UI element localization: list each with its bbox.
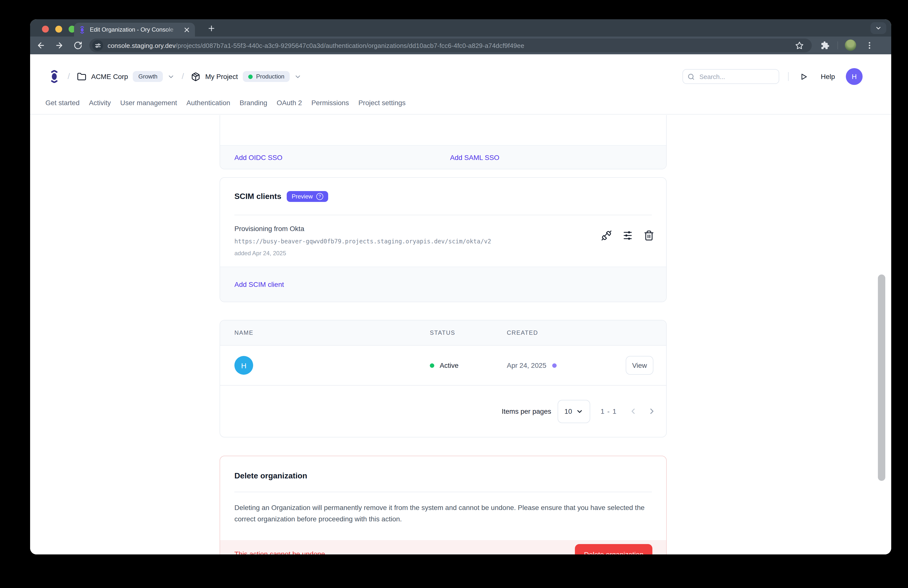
nav-item-activity[interactable]: Activity bbox=[89, 99, 111, 114]
chevron-down-icon bbox=[576, 408, 584, 415]
search-input[interactable] bbox=[698, 72, 774, 81]
extensions-icon[interactable] bbox=[821, 41, 829, 50]
items-per-page-select[interactable]: 10 bbox=[558, 400, 590, 423]
bookmark-star-icon[interactable] bbox=[795, 41, 804, 50]
browser-window: Edit Organization - Ory Console bbox=[30, 19, 891, 554]
nav-item-permissions[interactable]: Permissions bbox=[311, 99, 349, 114]
scim-client-url: https://busy-beaver-gqwvd0fb79.projects.… bbox=[234, 238, 491, 245]
scim-card-title: SCIM clients bbox=[234, 192, 281, 201]
vertical-scrollbar[interactable] bbox=[878, 274, 885, 481]
next-page-icon[interactable] bbox=[647, 407, 656, 416]
sso-card-body bbox=[220, 115, 666, 145]
ory-console-page: / ACME Corp Growth / My Project Producti… bbox=[30, 54, 891, 554]
sliders-icon[interactable] bbox=[622, 230, 633, 241]
package-icon bbox=[191, 72, 200, 81]
pagination-bar: Items per pages 10 1 - 1 bbox=[220, 386, 666, 437]
add-oidc-sso-link[interactable]: Add OIDC SSO bbox=[220, 153, 436, 161]
nav-item-user-management[interactable]: User management bbox=[120, 99, 177, 114]
delete-card-title: Delete organization bbox=[234, 471, 652, 481]
nav-item-authentication[interactable]: Authentication bbox=[187, 99, 230, 114]
url-text: console.staging.ory.dev/projects/d087b7a… bbox=[108, 42, 524, 49]
nav-item-project-settings[interactable]: Project settings bbox=[358, 99, 406, 114]
scim-client-name: Provisioning from Okta bbox=[234, 224, 491, 233]
new-tab-button[interactable] bbox=[207, 24, 216, 32]
table-row[interactable]: H Active Apr 24, 2025 View bbox=[220, 346, 666, 386]
created-date: Apr 24, 2025 bbox=[507, 361, 546, 369]
address-bar[interactable]: console.staging.ory.dev/projects/d087b7a… bbox=[89, 39, 812, 52]
tab-close-icon[interactable] bbox=[183, 26, 190, 33]
pagination-range: 1 - 1 bbox=[601, 407, 617, 415]
nav-item-get-started[interactable]: Get started bbox=[45, 99, 80, 114]
column-header-created: CREATED bbox=[507, 329, 652, 336]
delete-card-footer: This action cannot be undone. Delete org… bbox=[220, 540, 666, 554]
search-box[interactable] bbox=[683, 69, 779, 84]
project-nav: Get started Activity User management Aut… bbox=[30, 99, 891, 114]
workspace-plan-badge: Growth bbox=[133, 71, 163, 82]
scim-client-added-date: added Apr 24, 2025 bbox=[234, 250, 491, 257]
sso-card-footer: Add OIDC SSO Add SAML SSO bbox=[220, 145, 666, 169]
browser-tab[interactable]: Edit Organization - Ory Console bbox=[74, 23, 195, 37]
user-avatar[interactable]: H bbox=[846, 68, 863, 85]
tab-strip: Edit Organization - Ory Console bbox=[30, 19, 891, 37]
content-column: Add OIDC SSO Add SAML SSO SCIM clients P… bbox=[220, 115, 667, 554]
view-button[interactable]: View bbox=[626, 356, 654, 375]
project-name[interactable]: My Project bbox=[205, 72, 238, 81]
preview-badge: Preview ? bbox=[287, 191, 328, 202]
folder-icon bbox=[77, 72, 86, 81]
header-right: Help H bbox=[683, 54, 891, 99]
table-header-row: NAME STATUS CREATED bbox=[220, 321, 666, 346]
run-tour-icon[interactable] bbox=[799, 72, 808, 81]
nav-item-branding[interactable]: Branding bbox=[240, 99, 267, 114]
add-scim-client-link[interactable]: Add SCIM client bbox=[234, 280, 284, 288]
scim-client-info: Provisioning from Okta https://busy-beav… bbox=[234, 224, 491, 257]
status-cell: Active bbox=[430, 361, 507, 369]
app-header: / ACME Corp Growth / My Project Producti… bbox=[30, 54, 891, 99]
status-label: Active bbox=[440, 361, 459, 369]
delete-organization-card: Delete organization Deleting an Organiza… bbox=[220, 456, 667, 554]
delete-organization-button[interactable]: Delete organization bbox=[575, 544, 652, 554]
trash-icon[interactable] bbox=[644, 230, 654, 241]
header-divider bbox=[788, 72, 789, 81]
column-header-name: NAME bbox=[234, 329, 430, 336]
reload-icon[interactable] bbox=[74, 41, 82, 50]
nav-item-oauth2[interactable]: OAuth 2 bbox=[277, 99, 302, 114]
chevron-down-icon bbox=[875, 25, 882, 32]
ory-logo[interactable] bbox=[48, 70, 61, 83]
workspace-name[interactable]: ACME Corp bbox=[91, 72, 128, 81]
delete-description: Deleting an Organization will permanentl… bbox=[234, 502, 651, 525]
browser-toolbar: console.staging.ory.dev/projects/d087b7a… bbox=[30, 37, 891, 54]
previous-page-icon[interactable] bbox=[629, 407, 638, 416]
search-icon bbox=[687, 73, 695, 80]
env-status-dot bbox=[248, 74, 253, 79]
scim-client-actions bbox=[601, 230, 654, 241]
organization-avatar: H bbox=[234, 356, 253, 375]
site-settings-icon[interactable] bbox=[92, 40, 103, 51]
tab-title: Edit Organization - Ory Console bbox=[90, 26, 180, 33]
back-icon[interactable] bbox=[37, 41, 45, 50]
breadcrumb-separator: / bbox=[182, 72, 184, 81]
help-circle-icon[interactable]: ? bbox=[316, 193, 323, 200]
forward-icon[interactable] bbox=[55, 41, 64, 50]
help-link[interactable]: Help bbox=[821, 72, 835, 81]
workspace-chevron-down-icon[interactable] bbox=[167, 73, 175, 80]
created-cell: Apr 24, 2025 bbox=[507, 361, 626, 369]
browser-menu-icon[interactable] bbox=[865, 41, 874, 50]
delete-warning-text: This action cannot be undone. bbox=[234, 550, 327, 554]
created-indicator-dot bbox=[552, 363, 557, 367]
scim-card-header: SCIM clients Preview ? bbox=[220, 178, 666, 202]
delete-card-header: Delete organization bbox=[220, 456, 666, 481]
ory-favicon bbox=[79, 26, 86, 33]
tab-search-button[interactable] bbox=[871, 22, 886, 34]
desktop: Edit Organization - Ory Console bbox=[0, 0, 908, 588]
scim-client-row: Provisioning from Okta https://busy-beav… bbox=[220, 215, 666, 267]
browser-profile-avatar[interactable] bbox=[845, 40, 856, 51]
toolbar-divider bbox=[837, 42, 838, 49]
project-env-badge: Production bbox=[243, 71, 290, 82]
traffic-lights bbox=[42, 26, 76, 32]
unplug-icon[interactable] bbox=[601, 230, 612, 241]
add-saml-sso-link[interactable]: Add SAML SSO bbox=[436, 153, 666, 161]
project-chevron-down-icon[interactable] bbox=[295, 73, 302, 80]
close-window-button[interactable] bbox=[42, 26, 49, 32]
column-header-status: STATUS bbox=[430, 329, 507, 336]
minimize-window-button[interactable] bbox=[55, 26, 62, 32]
